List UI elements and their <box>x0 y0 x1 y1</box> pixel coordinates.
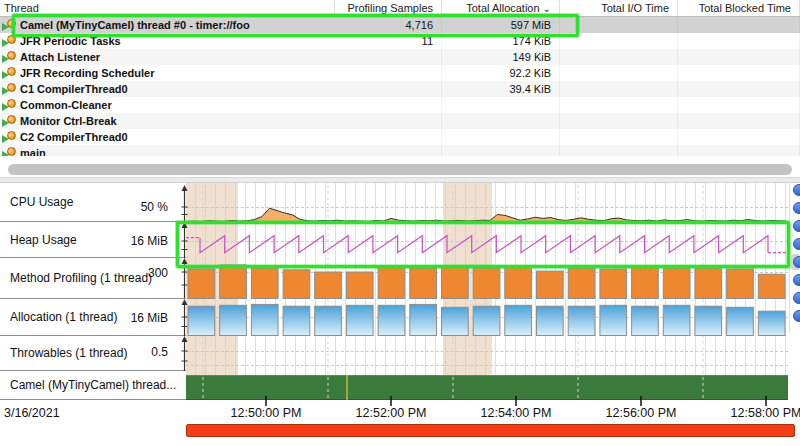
thread-name: Camel (MyTinyCamel) thread #0 - timer://… <box>20 19 250 31</box>
timeline-row-label-cpu[interactable]: CPU Usage 50 % <box>0 183 186 222</box>
timeline-row-toggle-button[interactable] <box>793 238 800 250</box>
timeline-row-toggle-button[interactable] <box>793 274 800 286</box>
table-row[interactable]: C2 CompilerThread0 <box>0 129 800 145</box>
timeline-row-label-throwables[interactable]: Throwables (1 thread) 0.5 <box>0 336 186 371</box>
table-horizontal-scrollbar[interactable] <box>8 164 792 175</box>
total-io-value <box>560 17 678 33</box>
event-marker <box>346 375 348 400</box>
table-row[interactable]: C1 CompilerThread0 39.4 KiB <box>0 81 800 97</box>
timeline-row-toggle-button[interactable] <box>793 292 800 304</box>
column-header-total-allocation[interactable]: Total Allocation⌄ <box>442 0 560 16</box>
total-blocked-value <box>678 17 800 33</box>
thread-name: Attach Listener <box>20 51 100 63</box>
timeline-row-label-method-profiling[interactable]: Method Profiling (1 thread) 300 <box>0 258 186 299</box>
scale-value: 300 <box>148 266 168 280</box>
thread-name: Common-Cleaner <box>20 99 112 111</box>
thread-running-icon <box>2 147 17 156</box>
scale-value: 0.5 <box>151 345 168 359</box>
timeline-row-toggle-button[interactable] <box>793 202 800 214</box>
profiling-samples-value: 11 <box>335 33 442 49</box>
highlight-stripe <box>186 183 238 400</box>
thread-name: Monitor Ctrl-Break <box>20 115 117 127</box>
thread-running-icon <box>2 67 17 79</box>
table-row[interactable]: Monitor Ctrl-Break <box>0 113 800 129</box>
total-allocation-value: 174 KiB <box>442 33 560 49</box>
sort-desc-icon: ⌄ <box>543 3 551 14</box>
thread-activity-bar[interactable] <box>186 375 788 400</box>
thread-running-icon <box>2 35 17 47</box>
timeline-horizontal-scrollbar[interactable] <box>186 424 795 437</box>
thread-running-icon <box>2 19 17 31</box>
timeline-row-toolbar <box>789 183 800 333</box>
thread-name: C2 CompilerThread0 <box>20 131 128 143</box>
timeline-row-label-camel-thread[interactable]: Camel (MyTinyCamel) thread... <box>0 371 186 400</box>
timeline-panel: CPU Usage 50 % Heap Usage 16 MiB Method … <box>0 183 800 446</box>
thread-name: main <box>20 147 46 156</box>
timeline-row-label-heap[interactable]: Heap Usage 16 MiB <box>0 222 186 258</box>
thread-running-icon <box>2 99 17 111</box>
scale-value: 50 % <box>141 200 168 214</box>
axis-time-label: 12:58:00 PM <box>731 406 800 420</box>
thread-running-icon <box>2 83 17 95</box>
table-row[interactable]: JFR Periodic Tasks 11 174 KiB <box>0 33 800 49</box>
thread-name: JFR Periodic Tasks <box>20 35 121 47</box>
thread-running-icon <box>2 115 17 127</box>
thread-name: JFR Recording Scheduler <box>20 67 154 79</box>
column-header-total-blocked-time[interactable]: Total Blocked Time <box>678 0 800 16</box>
table-row[interactable]: JFR Recording Scheduler 92.2 KiB <box>0 65 800 81</box>
table-row[interactable]: main <box>0 145 800 156</box>
table-row[interactable]: Common-Cleaner <box>0 97 800 113</box>
axis-date-label: 3/16/2021 <box>4 406 60 420</box>
table-row[interactable]: Attach Listener 149 KiB <box>0 49 800 65</box>
total-allocation-value: 149 KiB <box>442 49 560 65</box>
total-allocation-value: 92.2 KiB <box>442 65 560 81</box>
timeline-row-toggle-button[interactable] <box>793 256 800 268</box>
table-row[interactable]: Camel (MyTinyCamel) thread #0 - timer://… <box>0 17 800 33</box>
column-header-profiling-samples[interactable]: Profiling Samples <box>335 0 442 16</box>
thread-running-icon <box>2 131 17 143</box>
scale-value: 16 MiB <box>131 311 168 325</box>
thread-running-icon <box>2 51 17 63</box>
timeline-row-toggle-button[interactable] <box>793 310 800 322</box>
threads-table: Thread Profiling Samples Total Allocatio… <box>0 0 800 156</box>
column-header-total-io-time[interactable]: Total I/O Time <box>560 0 678 16</box>
axis-time-label: 12:50:00 PM <box>231 406 302 420</box>
total-allocation-value: 39.4 KiB <box>442 81 560 97</box>
axis-time-label: 12:52:00 PM <box>356 406 427 420</box>
total-allocation-value: 597 MiB <box>442 17 560 33</box>
axis-time-label: 12:54:00 PM <box>481 406 552 420</box>
table-header: Thread Profiling Samples Total Allocatio… <box>0 0 800 17</box>
profiling-samples-value: 4,716 <box>335 17 442 33</box>
timeline-row-toggle-button[interactable] <box>793 184 800 196</box>
highlight-stripe <box>443 183 492 400</box>
column-header-thread[interactable]: Thread <box>0 0 335 16</box>
profiler-window: Thread Profiling Samples Total Allocatio… <box>0 0 800 446</box>
thread-name: C1 CompilerThread0 <box>20 83 128 95</box>
timeline-row-toggle-button[interactable] <box>793 220 800 232</box>
axis-time-label: 12:56:00 PM <box>606 406 677 420</box>
scale-value: 16 MiB <box>131 234 168 248</box>
timeline-row-label-allocation[interactable]: Allocation (1 thread) 16 MiB <box>0 299 186 336</box>
